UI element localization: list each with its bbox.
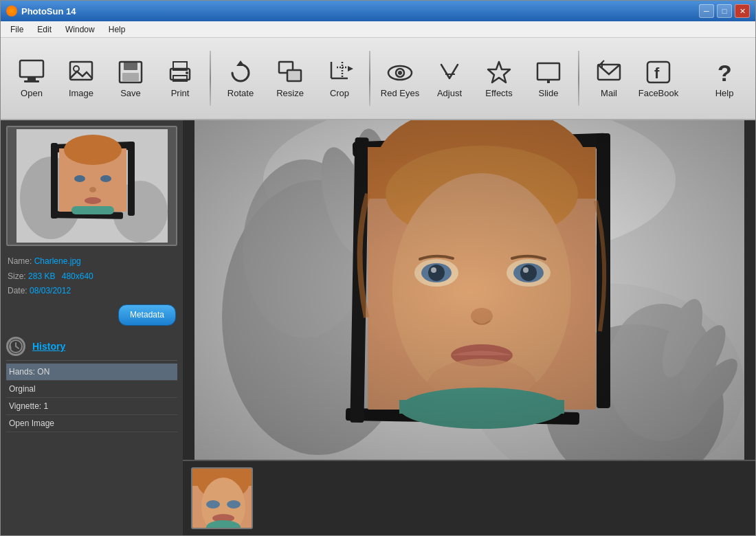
svg-marker-24 [488, 62, 510, 82]
crop-icon [326, 59, 353, 85]
print-button[interactable]: Print [156, 44, 204, 113]
svg-text:f: f [654, 65, 660, 82]
help-button[interactable]: ? Help [700, 44, 748, 113]
history-item-3[interactable]: Open Image [6, 415, 177, 432]
svg-marker-19 [348, 66, 353, 71]
menu-window[interactable]: Window [58, 23, 102, 36]
date-label: Date: [8, 286, 27, 295]
file-size-row: Size: 283 KB 480x640 [8, 269, 176, 284]
menu-edit[interactable]: Edit [30, 23, 58, 36]
slide-label: Slide [539, 88, 559, 98]
facebook-icon: f [645, 59, 672, 85]
svg-rect-25 [537, 63, 559, 80]
slide-button[interactable]: Slide [524, 44, 572, 113]
history-item-0[interactable]: Hands: ON [6, 364, 177, 381]
svg-point-42 [64, 135, 122, 165]
mail-label: Mail [601, 88, 617, 98]
svg-rect-86 [194, 120, 744, 460]
save-icon [117, 59, 144, 85]
image-label: Image [69, 88, 93, 98]
save-label: Save [120, 88, 141, 98]
size-value: 283 KB [28, 271, 55, 281]
title-controls: ─ □ ✕ [699, 4, 750, 18]
history-items: Hands: ON Orginal Vignette: 1 Open Image [6, 364, 177, 432]
separator-1 [210, 51, 211, 106]
mail-button[interactable]: Mail [585, 44, 633, 113]
resize-icon [276, 59, 304, 85]
thumbnail-container [6, 126, 177, 246]
svg-rect-2 [24, 80, 39, 82]
help-label: Help [715, 88, 734, 98]
svg-rect-27 [547, 79, 550, 83]
svg-rect-39 [51, 143, 58, 219]
window-title: PhotoSun 14 [21, 6, 76, 16]
image-icon [67, 59, 95, 85]
menu-file[interactable]: File [3, 23, 30, 36]
resize-label: Resize [276, 88, 304, 98]
name-value: Charlene.jpg [34, 256, 81, 266]
print-icon [166, 59, 194, 85]
svg-rect-6 [124, 62, 137, 70]
svg-point-46 [85, 197, 101, 204]
history-title[interactable]: History [32, 341, 65, 352]
eye-icon [386, 59, 414, 85]
date-value: 08/03/2012 [30, 286, 71, 295]
save-button[interactable]: Save [107, 44, 155, 113]
name-label: Name: [8, 256, 32, 266]
svg-rect-3 [70, 62, 92, 80]
thumbnail-image[interactable] [16, 129, 168, 243]
history-icon [6, 337, 25, 356]
file-date-row: Date: 08/03/2012 [8, 284, 176, 299]
metadata-button[interactable]: Metadata [118, 304, 176, 326]
maximize-button[interactable]: □ [717, 4, 732, 18]
filmstrip-thumb-1[interactable] [191, 467, 253, 529]
star-icon [485, 59, 513, 85]
minimize-button[interactable]: ─ [699, 4, 714, 18]
main-image-svg [194, 120, 744, 460]
svg-rect-40 [128, 142, 135, 216]
facebook-button[interactable]: f FaceBook [634, 44, 682, 113]
dimensions-value: 480x640 [62, 271, 93, 281]
menu-bar: File Edit Window Help [1, 21, 755, 38]
close-button[interactable]: ✕ [735, 4, 750, 18]
svg-rect-47 [71, 206, 114, 214]
svg-point-44 [100, 175, 111, 182]
open-button[interactable]: Open [8, 44, 56, 113]
crop-button[interactable]: Crop [315, 44, 364, 113]
rotate-button[interactable]: Rotate [216, 44, 265, 113]
file-name-row: Name: Charlene.jpg [8, 254, 176, 269]
adjust-button[interactable]: Adjust [425, 44, 474, 113]
svg-text:?: ? [718, 60, 732, 85]
menu-help[interactable]: Help [102, 23, 133, 36]
history-item-1[interactable]: Orginal [6, 381, 177, 398]
file-info: Name: Charlene.jpg Size: 283 KB 480x640 … [6, 252, 177, 328]
monitor-icon [18, 59, 45, 85]
image-area[interactable] [183, 120, 755, 460]
crop-label: Crop [330, 88, 349, 98]
mail-icon [595, 59, 623, 85]
image-button[interactable]: Image [57, 44, 105, 113]
red-eyes-label: Red Eyes [381, 88, 419, 98]
svg-rect-1 [27, 77, 36, 80]
main-image-canvas [194, 120, 744, 460]
open-label: Open [21, 88, 43, 98]
slide-icon [535, 59, 562, 85]
thumbnail-svg [16, 129, 168, 243]
title-bar-left: PhotoSun 14 [6, 5, 76, 16]
svg-point-45 [89, 187, 96, 192]
print-label: Print [171, 88, 190, 98]
svg-point-92 [227, 500, 241, 509]
separator-2 [369, 51, 370, 106]
effects-button[interactable]: Effects [475, 44, 523, 113]
toolbar: Open Image Save [1, 38, 755, 120]
facebook-label: FaceBook [638, 88, 679, 98]
history-section: History Hands: ON Orginal Vignette: 1 Op… [6, 334, 177, 530]
main-content: Name: Charlene.jpg Size: 283 KB 480x640 … [1, 120, 755, 535]
svg-point-11 [186, 71, 188, 74]
svg-point-43 [74, 175, 85, 182]
red-eyes-button[interactable]: Red Eyes [376, 44, 424, 113]
history-item-2[interactable]: Vignette: 1 [6, 398, 177, 415]
svg-point-91 [206, 500, 220, 509]
resize-button[interactable]: Resize [266, 44, 314, 113]
filmstrip-thumb-svg [192, 469, 253, 529]
